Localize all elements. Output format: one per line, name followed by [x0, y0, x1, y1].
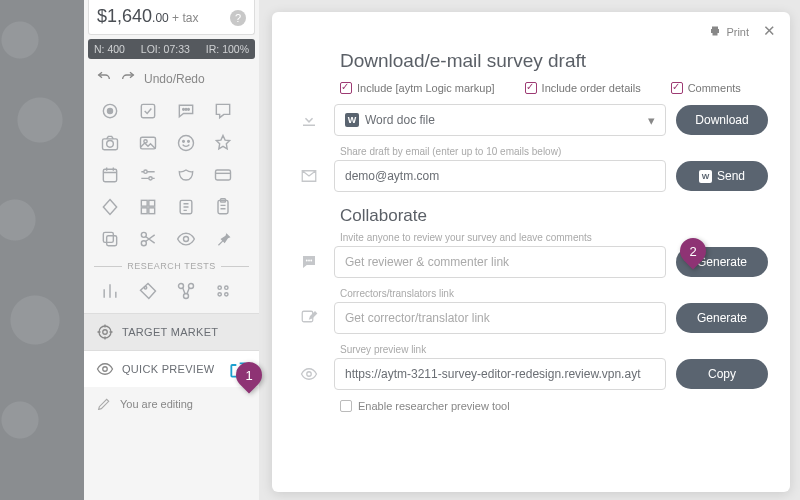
- quick-preview-button[interactable]: QUICK PREVIEW: [84, 350, 259, 387]
- chat-icon[interactable]: [174, 99, 198, 123]
- svg-point-3: [182, 109, 184, 111]
- svg-point-44: [307, 372, 312, 377]
- comment-icon[interactable]: [211, 99, 235, 123]
- check-order[interactable]: Include order details: [525, 82, 641, 94]
- panel-title: Download/e-mail survey draft: [340, 50, 768, 72]
- close-icon[interactable]: ✕: [763, 22, 776, 40]
- check-logic[interactable]: Include [aytm Logic markup]: [340, 82, 495, 94]
- preview-label: QUICK PREVIEW: [122, 363, 215, 375]
- editing-label: You are editing: [120, 398, 193, 410]
- svg-point-29: [144, 286, 147, 289]
- star-icon[interactable]: [211, 131, 235, 155]
- print-icon: [709, 25, 721, 37]
- print-button[interactable]: Print: [709, 25, 749, 38]
- svg-point-10: [178, 136, 193, 151]
- corrector-field[interactable]: Get corrector/translator link: [334, 302, 666, 334]
- svg-point-33: [218, 286, 221, 289]
- edit-row-icon: [294, 309, 324, 327]
- camera-icon[interactable]: [98, 131, 122, 155]
- preview-hint: Survey preview link: [340, 344, 768, 355]
- research-tests-grid: [84, 275, 259, 313]
- share-hint: Share draft by email (enter up to 10 ema…: [340, 146, 768, 157]
- format-select[interactable]: W Word doc file: [334, 104, 666, 136]
- svg-point-15: [149, 177, 152, 180]
- clipboard-icon[interactable]: [211, 195, 235, 219]
- svg-rect-19: [141, 208, 147, 214]
- svg-rect-2: [141, 104, 154, 117]
- svg-point-37: [99, 326, 111, 338]
- svg-point-12: [187, 141, 189, 143]
- stat-ir: IR: 100%: [206, 43, 249, 55]
- svg-rect-17: [141, 200, 147, 206]
- scissors-icon[interactable]: [136, 227, 160, 251]
- download-button[interactable]: Download: [676, 105, 768, 135]
- svg-point-14: [144, 170, 147, 173]
- svg-rect-16: [216, 170, 231, 180]
- svg-point-39: [103, 367, 108, 372]
- target-icon: [96, 323, 114, 341]
- undo-icon: [96, 71, 112, 87]
- tag-icon[interactable]: [136, 279, 160, 303]
- eye-row-icon: [294, 365, 324, 383]
- cluster-icon[interactable]: [211, 279, 235, 303]
- email-field[interactable]: demo@aytm.com: [334, 160, 666, 192]
- pin-icon[interactable]: [211, 227, 235, 251]
- enable-tool-check[interactable]: Enable researcher preview tool: [340, 400, 768, 412]
- grid-icon[interactable]: [136, 195, 160, 219]
- preview-url-field[interactable]: https://aytm-3211-survey-editor-redesign…: [334, 358, 666, 390]
- svg-point-5: [187, 109, 189, 111]
- smiley-icon[interactable]: [174, 131, 198, 155]
- text-icon[interactable]: [174, 195, 198, 219]
- help-icon[interactable]: ?: [230, 10, 246, 26]
- chart-icon[interactable]: [98, 279, 122, 303]
- svg-point-34: [225, 286, 228, 289]
- svg-rect-25: [103, 232, 113, 242]
- calendar-icon[interactable]: [98, 163, 122, 187]
- reviewer-field[interactable]: Get reviewer & commenter link: [334, 246, 666, 278]
- send-button[interactable]: WSend: [676, 161, 768, 191]
- preview-eye-icon: [96, 360, 114, 378]
- undo-label: Undo/Redo: [144, 72, 205, 86]
- mask-icon[interactable]: [174, 163, 198, 187]
- comment-row-icon: [294, 253, 324, 271]
- card-icon[interactable]: [211, 163, 235, 187]
- svg-rect-24: [107, 236, 117, 246]
- flow-icon[interactable]: [174, 279, 198, 303]
- eye-icon[interactable]: [174, 227, 198, 251]
- svg-rect-13: [103, 169, 116, 182]
- editing-status: You are editing: [84, 387, 259, 421]
- image-icon[interactable]: [136, 131, 160, 155]
- svg-point-4: [185, 109, 187, 111]
- invite-hint: Invite anyone to review your survey and …: [340, 232, 768, 243]
- svg-rect-20: [149, 208, 155, 214]
- stat-n: N: 400: [94, 43, 125, 55]
- svg-point-28: [183, 237, 188, 242]
- svg-rect-18: [149, 200, 155, 206]
- svg-point-42: [310, 260, 312, 262]
- svg-point-11: [182, 141, 184, 143]
- target-market-button[interactable]: TARGET MARKET: [84, 313, 259, 350]
- print-label: Print: [726, 26, 749, 38]
- slider-icon[interactable]: [136, 163, 160, 187]
- price-decimals: .00: [152, 11, 169, 25]
- target-label: TARGET MARKET: [122, 326, 218, 338]
- check-comments[interactable]: Comments: [671, 82, 741, 94]
- research-tests-label: RESEARCH TESTS: [84, 257, 259, 275]
- collab-title: Collaborate: [340, 206, 768, 226]
- word-small-icon: W: [699, 170, 712, 183]
- undo-redo[interactable]: Undo/Redo: [84, 59, 259, 93]
- generate-corrector-button[interactable]: Generate: [676, 303, 768, 333]
- svg-point-36: [225, 293, 228, 296]
- copy-button[interactable]: Copy: [676, 359, 768, 389]
- svg-point-38: [103, 330, 108, 335]
- svg-point-40: [306, 260, 308, 262]
- checkbox-icon[interactable]: [136, 99, 160, 123]
- svg-point-1: [108, 109, 113, 114]
- mail-icon: [294, 167, 324, 185]
- diamond-icon[interactable]: [98, 195, 122, 219]
- copy-icon[interactable]: [98, 227, 122, 251]
- price-box: $1,640.00 + tax ?: [88, 0, 255, 35]
- redo-icon: [120, 71, 136, 87]
- price-tax: + tax: [169, 11, 199, 25]
- radio-icon[interactable]: [98, 99, 122, 123]
